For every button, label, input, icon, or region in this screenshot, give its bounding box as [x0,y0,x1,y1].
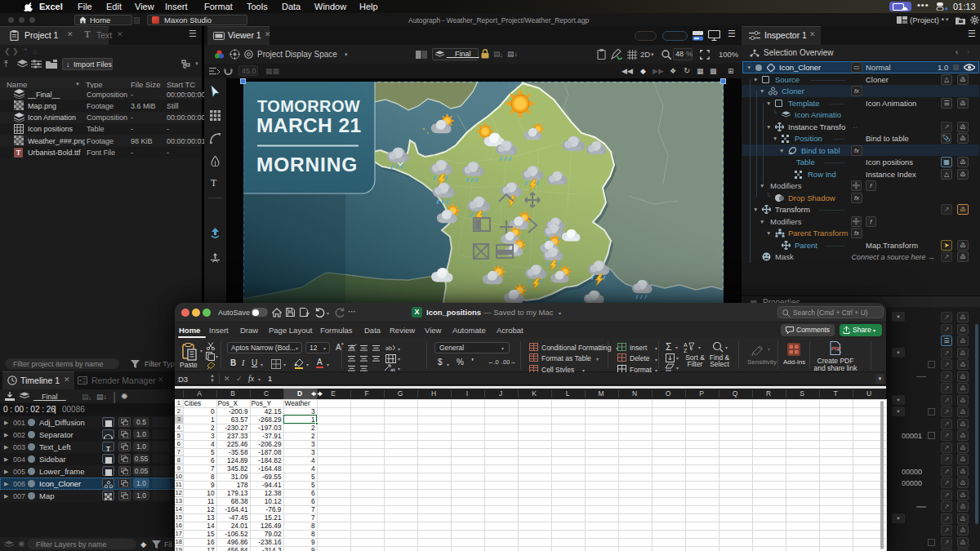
svg-text:Z: Z [684,348,688,353]
svg-text:ab: ab [385,345,392,351]
svg-text:A: A [684,342,688,348]
